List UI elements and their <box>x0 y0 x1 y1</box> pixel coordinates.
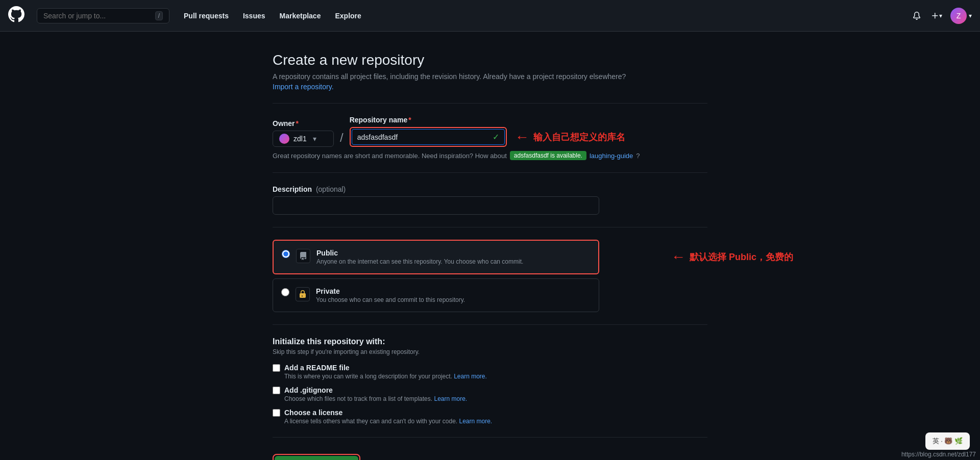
create-annotation: ← 点击创建即可创建成功 <box>373 457 483 460</box>
repo-name-input-row: ✓ <box>352 129 505 145</box>
csdn-badge-text: 英 · 🐻 🌿 <box>933 437 963 446</box>
gitignore-label: Add .gitignore <box>284 386 333 394</box>
repo-name-required: * <box>408 116 411 124</box>
public-option[interactable]: Public Anyone on the internet can see th… <box>273 240 599 274</box>
page-subtitle: A repository contains all project files,… <box>273 72 707 81</box>
description-label: Description (optional) <box>273 185 707 193</box>
divider-4 <box>273 324 707 325</box>
create-repository-button[interactable]: Create repository <box>275 456 358 460</box>
search-input[interactable] <box>43 12 151 20</box>
gitignore-checkbox[interactable] <box>273 387 280 394</box>
repo-name-group: Repository name* ✓ ← 输入自己想定义的库名 <box>350 116 507 147</box>
avatar-button[interactable]: Z ▾ <box>950 8 972 24</box>
private-radio[interactable] <box>281 288 289 296</box>
csdn-badge: 英 · 🐻 🌿 <box>925 432 970 450</box>
header: / Pull requests Issues Marketplace Explo… <box>0 0 980 32</box>
availability-hint-post: ? <box>636 152 640 160</box>
owner-repo-row: Owner* zdl1 ▾ / Repository name* ✓ <box>273 116 707 147</box>
divider-1 <box>273 103 707 104</box>
create-btn-wrapper: Create repository <box>273 454 360 460</box>
public-annotation: ← 默认选择 Public，免费的 <box>671 249 793 265</box>
divider-3 <box>273 227 707 227</box>
import-link[interactable]: Import a repository. <box>273 83 334 91</box>
availability-hint-pre: Great repository names are short and mem… <box>273 152 507 160</box>
public-title: Public <box>316 249 590 257</box>
description-group: Description (optional) <box>273 185 707 215</box>
license-label: Choose a license <box>284 408 342 417</box>
public-content: Public Anyone on the internet can see th… <box>316 249 590 265</box>
private-desc: You choose who can see and commit to thi… <box>316 296 591 303</box>
readme-option: Add a README file This is where you can … <box>273 364 599 380</box>
description-input[interactable] <box>273 196 599 215</box>
license-option: Choose a license A license tells others … <box>273 408 599 425</box>
license-learn-link[interactable]: Learn more. <box>459 418 493 425</box>
init-section: Initialize this repository with: Skip th… <box>273 337 599 425</box>
private-title: Private <box>316 287 591 295</box>
gitignore-row: Add .gitignore <box>273 386 599 394</box>
public-desc: Anyone on the internet can see this repo… <box>316 258 590 265</box>
visibility-section: Public Anyone on the internet can see th… <box>273 240 707 312</box>
readme-label: Add a README file <box>284 364 350 372</box>
search-box[interactable]: / <box>37 8 169 23</box>
readme-checkbox[interactable] <box>273 364 280 372</box>
readme-learn-link[interactable]: Learn more. <box>454 373 487 380</box>
notifications-button[interactable] <box>911 10 923 22</box>
repo-annotation: ← 输入自己想定义的库名 <box>515 129 625 145</box>
public-radio[interactable] <box>282 250 290 258</box>
init-subtitle: Skip this step if you're importing an ex… <box>273 348 599 355</box>
private-content: Private You choose who can see and commi… <box>316 287 591 303</box>
owner-select[interactable]: zdl1 ▾ <box>273 131 334 147</box>
repo-name-input[interactable] <box>357 133 488 141</box>
owner-required: * <box>296 119 299 127</box>
header-right: ▾ Z ▾ <box>911 8 972 24</box>
separator: / <box>340 132 344 144</box>
search-slash: / <box>155 11 163 20</box>
main-content: Create a new repository A repository con… <box>260 32 720 460</box>
nav-explore[interactable]: Explore <box>329 8 367 24</box>
main-nav: Pull requests Issues Marketplace Explore <box>178 8 902 24</box>
init-title: Initialize this repository with: <box>273 337 599 346</box>
page-title: Create a new repository <box>273 52 707 68</box>
owner-value: zdl1 <box>293 135 307 143</box>
license-checkbox[interactable] <box>273 409 280 417</box>
owner-avatar <box>279 134 289 144</box>
nav-issues[interactable]: Issues <box>237 8 272 24</box>
gitignore-option: Add .gitignore Choose which files not to… <box>273 386 599 402</box>
github-logo[interactable] <box>8 6 24 25</box>
gitignore-desc: Choose which files not to track from a l… <box>284 395 599 402</box>
add-button[interactable]: ▾ <box>929 10 944 22</box>
repo-name-wrapper: ✓ <box>350 127 507 147</box>
license-desc: A license tells others what they can and… <box>284 418 599 425</box>
private-option[interactable]: Private You choose who can see and commi… <box>273 278 599 312</box>
divider-2 <box>273 172 707 173</box>
availability-row: Great repository names are short and mem… <box>273 151 707 160</box>
divider-5 <box>273 437 707 438</box>
url-display: https://blog.csdn.net/zdl177 <box>901 451 976 458</box>
repo-input-container: ✓ ← 输入自己想定义的库名 <box>350 127 507 147</box>
check-icon: ✓ <box>493 132 499 142</box>
nav-pull-requests[interactable]: Pull requests <box>178 8 235 24</box>
readme-desc: This is where you can write a long descr… <box>284 373 599 380</box>
availability-badge: adsfasdfasdf is available. <box>510 151 586 160</box>
suggestion-link[interactable]: laughing-guide <box>590 152 633 160</box>
license-row: Choose a license <box>273 408 599 417</box>
repo-name-label: Repository name* <box>350 116 507 124</box>
readme-row: Add a README file <box>273 364 599 372</box>
create-section: Create repository ← 点击创建即可创建成功 <box>273 454 707 460</box>
owner-label: Owner* <box>273 119 334 127</box>
owner-group: Owner* zdl1 ▾ <box>273 119 334 147</box>
avatar: Z <box>950 8 967 24</box>
nav-marketplace[interactable]: Marketplace <box>274 8 327 24</box>
gitignore-learn-link[interactable]: Learn more. <box>434 395 467 402</box>
